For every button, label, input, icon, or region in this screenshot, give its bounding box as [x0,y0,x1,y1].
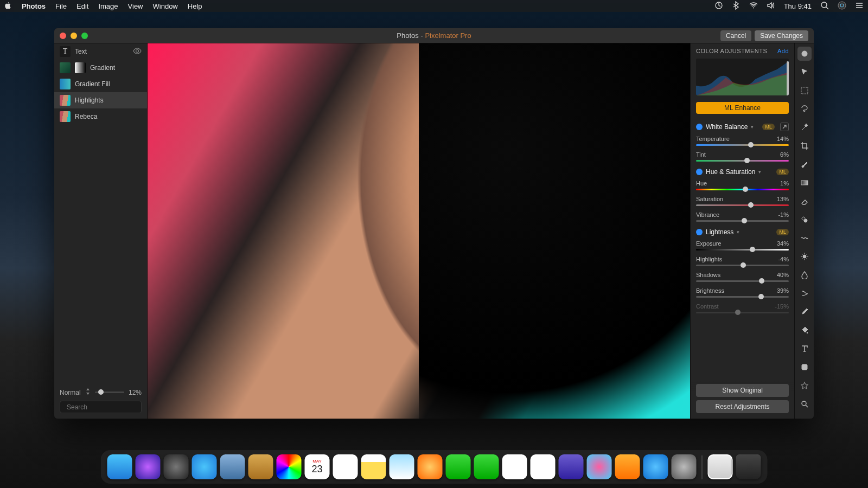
chevron-down-icon[interactable]: ▾ [758,169,761,175]
layer-gradient[interactable]: Gradient [54,60,147,76]
dock-launchpad[interactable] [164,454,189,479]
image-canvas[interactable] [148,43,690,419]
layer-highlights[interactable]: Highlights [54,92,147,108]
menu-view[interactable]: View [128,2,143,10]
tool-smudge[interactable] [797,286,812,300]
tool-zoom[interactable] [797,397,812,411]
app-name[interactable]: Photos [22,2,46,10]
section-toggle[interactable] [696,169,703,175]
tool-star[interactable] [797,378,812,393]
section-toggle[interactable] [696,124,703,130]
volume-icon[interactable] [767,1,775,11]
dock-calendar[interactable]: MAY23 [305,454,330,479]
ml-badge[interactable]: ML [776,229,789,235]
spotlight-icon[interactable] [820,1,829,11]
ml-badge[interactable]: ML [762,124,775,130]
ml-badge[interactable]: ML [776,169,789,175]
tool-lasso[interactable] [797,102,812,116]
layer-search[interactable] [60,401,142,413]
dock-preferences[interactable] [672,454,697,479]
tool-erase[interactable] [797,194,812,208]
tool-brush[interactable] [797,157,812,171]
dock-photos[interactable] [277,454,302,479]
ml-enhance-button[interactable]: ML Enhance [696,102,789,114]
expand-icon[interactable] [780,123,789,131]
tool-gradient-tool[interactable] [797,176,812,190]
menu-window[interactable]: Window [153,2,178,10]
tool-clone[interactable] [797,213,812,227]
tool-marquee[interactable] [797,84,812,98]
chevron-down-icon[interactable]: ▾ [751,124,754,130]
dock-reminders[interactable] [361,454,386,479]
dock-mail[interactable] [220,454,245,479]
save-changes-button[interactable]: Save Changes [755,30,808,41]
slider-track[interactable] [696,220,789,222]
slider-track[interactable] [696,280,789,282]
tool-blur[interactable] [797,268,812,282]
apple-menu[interactable] [4,2,12,11]
layer-text[interactable]: TText [54,43,147,60]
slider-track[interactable] [696,160,789,162]
visibility-icon[interactable] [133,47,142,57]
menu-help[interactable]: Help [188,2,202,10]
close-window[interactable] [60,33,66,39]
notification-center-icon[interactable] [855,1,864,11]
slider-track[interactable] [696,296,789,298]
dock-trash[interactable] [736,454,761,479]
tool-eyedrop[interactable] [797,305,812,319]
minimize-window[interactable] [71,33,77,39]
dock-notes[interactable] [333,454,358,479]
tool-crop[interactable] [797,139,812,153]
dock-finder[interactable] [107,454,132,479]
tool-type[interactable] [797,342,812,356]
tool-arrow[interactable] [797,65,812,79]
zoom-window[interactable] [81,33,88,39]
section-toggle[interactable] [696,229,703,235]
tool-wand[interactable] [797,120,812,134]
dock-books[interactable] [615,454,640,479]
dock-music[interactable] [587,454,612,479]
menu-file[interactable]: File [55,2,67,10]
dock-photobooth[interactable] [418,454,443,479]
dock-maps[interactable] [390,454,414,479]
siri-icon[interactable] [838,1,846,11]
dock-keynote[interactable] [559,454,584,479]
tool-styles[interactable] [797,47,812,61]
layer-gradient-fill[interactable]: Gradient Fill [54,76,147,92]
section-name[interactable]: Hue & Saturation [706,168,755,176]
dock-pages[interactable] [502,454,527,479]
dock-contacts[interactable] [248,454,273,479]
menu-edit[interactable]: Edit [76,2,88,10]
clock[interactable]: Thu 9:41 [784,2,812,10]
reset-adjustments-button[interactable]: Reset Adjustments [696,400,789,413]
menu-image[interactable]: Image [98,2,118,10]
dock-running-app[interactable] [708,454,733,479]
layer-rebeca[interactable]: Rebeca [54,108,147,125]
blend-mode[interactable]: Normal [60,389,81,396]
slider-track[interactable] [696,144,789,146]
dock-siri[interactable] [136,454,161,479]
tool-shape[interactable] [797,360,812,374]
slider-track[interactable] [696,189,789,190]
dock-facetime[interactable] [474,454,499,479]
dock-appstore[interactable] [643,454,668,479]
add-adjustment[interactable]: Add [777,48,789,54]
section-name[interactable]: White Balance [706,123,748,131]
dock-numbers[interactable] [531,454,556,479]
show-original-button[interactable]: Show Original [696,384,789,397]
dock-messages[interactable] [446,454,471,479]
tool-light[interactable] [797,249,812,264]
slider-track[interactable] [696,249,789,251]
timemachine-icon[interactable] [714,1,723,11]
bluetooth-icon[interactable] [732,1,741,11]
section-name[interactable]: Lightness [706,228,733,236]
cancel-button[interactable]: Cancel [720,30,751,41]
wifi-icon[interactable] [749,1,758,11]
slider-track[interactable] [696,312,789,313]
dock-safari[interactable] [192,454,217,479]
tool-bucket[interactable] [797,323,812,337]
slider-track[interactable] [696,204,789,206]
slider-track[interactable] [696,265,789,266]
tool-warp[interactable] [797,231,812,245]
layer-search-input[interactable] [67,403,148,411]
